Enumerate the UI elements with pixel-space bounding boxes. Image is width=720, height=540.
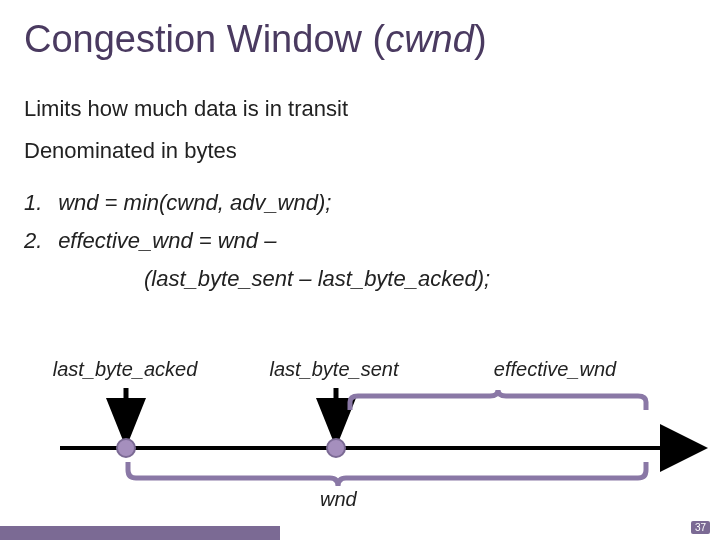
dot-acked xyxy=(117,439,135,457)
dot-sent xyxy=(327,439,345,457)
diagram-svg xyxy=(0,0,720,540)
brace-effective-wnd xyxy=(350,390,646,410)
brace-wnd xyxy=(128,462,646,486)
page-number: 37 xyxy=(691,521,710,534)
footer-accent-bar xyxy=(0,526,280,540)
